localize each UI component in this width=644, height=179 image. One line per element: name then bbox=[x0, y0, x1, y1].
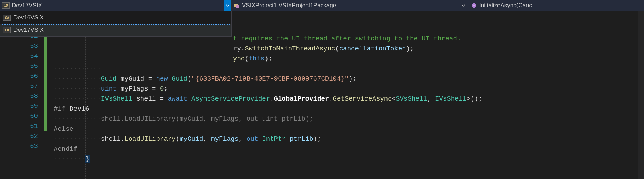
project-dropdown-list[interactable]: C#Dev16VSIXC#Dev17VSIX bbox=[0, 11, 232, 37]
line-number: 61 bbox=[0, 121, 38, 131]
member-dropdown-label: InitializeAsync(Canc bbox=[479, 2, 532, 9]
vertical-scrollbar[interactable] bbox=[638, 11, 644, 179]
chevron-down-icon[interactable] bbox=[224, 0, 231, 11]
project-dropdown-item-label: Dev16VSIX bbox=[13, 14, 44, 21]
project-dropdown-item[interactable]: C#Dev17VSIX bbox=[0, 24, 231, 36]
class-dropdown-label: VSIXProject1.VSIXProject1Package bbox=[242, 2, 336, 9]
line-number: 62 bbox=[0, 131, 38, 141]
svg-text:*: * bbox=[473, 4, 475, 8]
line-number: 60 bbox=[0, 111, 38, 121]
project-dropdown[interactable]: C# Dev17VSIX bbox=[0, 0, 232, 11]
project-dropdown-item-label: Dev17VSIX bbox=[13, 27, 44, 34]
project-dropdown-item[interactable]: C#Dev16VSIX bbox=[0, 11, 231, 24]
csharp-badge-icon: C# bbox=[2, 2, 10, 9]
csharp-badge-icon: C# bbox=[3, 15, 11, 21]
member-dropdown[interactable]: * InitializeAsync(Canc bbox=[469, 0, 644, 11]
class-icon bbox=[234, 2, 240, 9]
line-number: 53 bbox=[0, 41, 38, 51]
svg-rect-1 bbox=[236, 5, 239, 8]
line-number: 54 bbox=[0, 51, 38, 61]
line-number: 58 bbox=[0, 91, 38, 101]
line-number: 55 bbox=[0, 61, 38, 71]
line-number: 63 bbox=[0, 141, 38, 151]
csharp-badge-icon: C# bbox=[3, 27, 11, 33]
project-dropdown-label: Dev17VSIX bbox=[12, 2, 42, 9]
class-dropdown[interactable]: VSIXProject1.VSIXProject1Package bbox=[232, 0, 469, 11]
chevron-down-icon[interactable] bbox=[462, 4, 465, 7]
method-icon: * bbox=[471, 2, 477, 9]
navigation-bar: C# Dev17VSIX VSIXProject1.VSIXProject1Pa… bbox=[0, 0, 644, 11]
line-number: 56 bbox=[0, 71, 38, 81]
line-number: 59 bbox=[0, 101, 38, 111]
line-number: 57 bbox=[0, 81, 38, 91]
